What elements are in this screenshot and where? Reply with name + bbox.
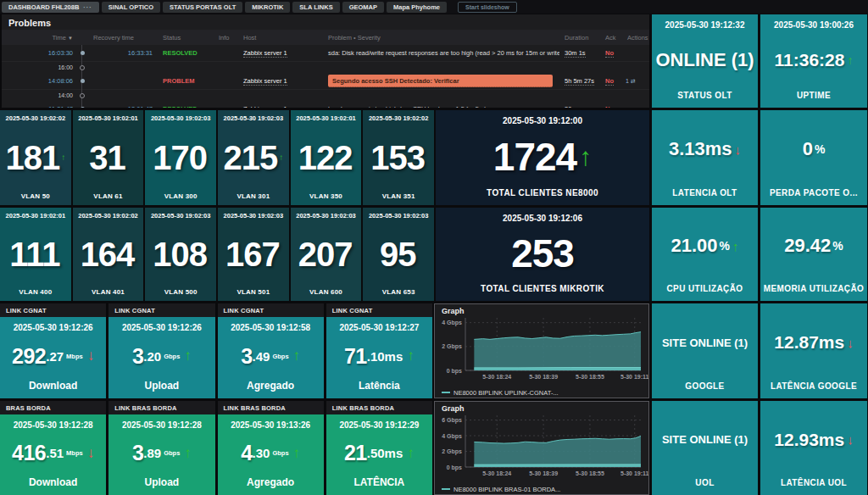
widget-header: LINK BRAS BORDA [108, 401, 214, 414]
col-actions[interactable]: Actions [622, 34, 649, 42]
start-slideshow-button[interactable]: Start slideshow [458, 2, 517, 13]
duration-cell[interactable]: 30m [559, 105, 600, 108]
severity-badge[interactable]: Segundo acesso SSH Detectado: Verificar [328, 75, 553, 87]
axis-marker [76, 90, 88, 101]
vlan-401-tile: 2025-05-30 19:02:02164VLAN 401 [73, 208, 144, 301]
svg-text:5-30 18:39: 5-30 18:39 [529, 374, 558, 380]
tile-value: 3 [132, 441, 143, 465]
cgnat-download-tile: LINK CGNAT2025-05-30 19:12:26292.27Mbps↓… [0, 303, 106, 398]
ack-link[interactable]: No [605, 77, 614, 86]
host-link-text[interactable]: Zabbix server 1 [243, 49, 287, 58]
col-status[interactable]: Status [154, 34, 214, 42]
problem-name[interactable]: sda: Disk read/write request responses a… [322, 49, 559, 57]
tile-label: VLAN 351 [382, 192, 415, 200]
col-problem-severity[interactable]: Problem • Severity [322, 34, 559, 42]
tile-unit: Gbps [272, 353, 288, 360]
col-duration[interactable]: Duration [559, 34, 600, 42]
tile-timestamp: 2025-05-30 19:02:03 [224, 212, 283, 220]
vlan-61-tile: 2025-05-30 19:02:0131VLAN 61 [73, 110, 144, 205]
duration-link[interactable]: 5h 5m 27s [565, 77, 594, 86]
up-arrow-icon: ↑ [184, 445, 192, 462]
cgnat-graph-plot: 0 bps2 Gbps4 Gbps5-30 18:245-30 18:395-3… [435, 315, 648, 387]
svg-text:5-30 18:39: 5-30 18:39 [529, 470, 558, 476]
tile-value-decimal: .30 [253, 446, 270, 460]
tile-value: 3 [132, 344, 143, 369]
host-link[interactable]: Zabbix server 1 [237, 105, 322, 108]
col-time-label: Time [53, 34, 66, 42]
problems-header-row: Time ▼ Recovery time Status Info Host Pr… [2, 30, 649, 45]
host-link[interactable]: Zabbix server 1 [237, 49, 322, 57]
col-recovery-time[interactable]: Recovery time [88, 34, 154, 42]
axis-time-label: 16:00 [2, 64, 76, 70]
recovery-time-link[interactable]: 12:01:47 [88, 105, 154, 108]
col-host[interactable]: Host [237, 34, 322, 42]
svg-text:5-30 18:24: 5-30 18:24 [482, 374, 511, 380]
time-axis-row: 14:00 [2, 90, 649, 101]
total-clientes-mikrotik-tile: 2025-05-30 19:12:06 253 TOTAL CLIENTES M… [436, 208, 649, 301]
tab-more-icon[interactable]: ··· [83, 3, 92, 11]
tab-dashboard-fhl208b[interactable]: DASHBOARD FHL208B··· [2, 2, 99, 13]
ack-link[interactable]: No [605, 49, 614, 58]
tile-value: 21 [344, 441, 367, 465]
svg-text:0 bps: 0 bps [447, 368, 462, 375]
event-marker [76, 45, 88, 61]
tile-unit: Mbps [66, 353, 83, 360]
graph-title: Graph [435, 402, 648, 413]
tile-label: Upload [145, 380, 180, 392]
ack-cell[interactable]: No [600, 77, 622, 85]
tile-timestamp: 2025-05-30 19:02:01 [6, 212, 65, 220]
problem-time-link[interactable]: 14:08:06 [2, 77, 76, 85]
col-time[interactable]: Time ▼ [2, 34, 76, 42]
tile-unit: Gbps [164, 449, 180, 457]
tab-status-portas-olt[interactable]: STATUS PORTAS OLT [163, 2, 242, 13]
memoria-utilizacao-tile: 29.42% MEMORIA UTILIZAÇÃO [760, 208, 867, 301]
tab-mikrotik[interactable]: MIKROTIK [245, 2, 290, 13]
host-link-text[interactable]: Zabbix server 1 [243, 77, 287, 86]
ack-cell[interactable]: No [600, 105, 622, 108]
legend-label: NE8000 BIPLINK BRAS-01 BORDA... [453, 486, 560, 493]
tile-value: 167 [225, 237, 280, 271]
tab-sla-links[interactable]: SLA LINKS [292, 2, 339, 13]
tile-value: 108 [153, 237, 207, 271]
latencia-uol-tile: 12.93ms↓ LATÊNCIA UOL [760, 401, 867, 495]
tile-timestamp: 2025-05-30 19:12:26 [14, 323, 93, 332]
tile-value: 153 [370, 141, 425, 175]
duration-link[interactable]: 30m [565, 105, 577, 108]
down-arrow-icon: ↓ [87, 348, 95, 364]
status-olt-tile: 2025-05-30 19:12:32 ONLINE (1) STATUS OL… [652, 14, 758, 108]
problems-title: Problems [2, 14, 649, 28]
host-link[interactable]: Zabbix server 1 [237, 77, 322, 85]
up-arrow-icon: ↑ [293, 445, 301, 462]
ack-cell[interactable]: No [600, 49, 622, 57]
duration-link[interactable]: 30m 1s [565, 49, 586, 58]
tile-label: VLAN 401 [92, 288, 125, 296]
tile-label: TOTAL CLIENTES NE8000 [487, 188, 598, 197]
total-clientes-ne8000-tile: 2025-05-30 19:12:00 1724↑ TOTAL CLIENTES… [436, 110, 649, 205]
tile-label: VLAN 301 [236, 192, 270, 200]
col-info[interactable]: Info [214, 34, 237, 42]
problem-time-link[interactable]: 11:31:47 [2, 105, 76, 108]
cgnat-graph-legend: NE8000 BIPLINK UPLINK-CGNAT-... [435, 387, 648, 398]
tile-value: 122 [298, 141, 353, 175]
cgnat-graph-panel: Graph 0 bps2 Gbps4 Gbps5-30 18:245-30 18… [434, 303, 649, 398]
problem-name[interactable]: Segundo acesso SSH Detectado: Verificar [322, 75, 559, 87]
duration-cell[interactable]: 30m 1s [559, 49, 600, 57]
tab-geomap[interactable]: GEOMAP [342, 2, 384, 13]
tile-value-decimal: .50ms [367, 446, 403, 460]
tile-timestamp: 2025-05-30 19:02:02 [369, 114, 428, 122]
col-ack[interactable]: Ack [600, 34, 622, 42]
problem-time-link[interactable]: 16:03:30 [2, 49, 76, 57]
tab-sinal-optico[interactable]: SINAL OPTICO [102, 2, 160, 13]
recovery-time-link[interactable]: 16:33:31 [88, 49, 154, 57]
up-arrow-icon: ↑ [732, 239, 739, 253]
tile-timestamp: 2025-05-30 19:12:28 [122, 420, 202, 430]
duration-cell[interactable]: 5h 5m 27s [559, 77, 600, 85]
host-link-text[interactable]: Zabbix server 1 [243, 105, 287, 108]
tile-unit: Gbps [164, 353, 180, 360]
tab-mapa-phyhome[interactable]: Mapa Phyhome [387, 2, 447, 13]
problem-name[interactable]: Load average is too high (per CPU load o… [322, 105, 559, 108]
tile-value-decimal: .51 [46, 446, 64, 460]
ack-link[interactable]: No [605, 105, 614, 108]
tile-value: 31 [89, 141, 125, 175]
actions-cell[interactable]: 1 ⇄ [622, 78, 649, 85]
